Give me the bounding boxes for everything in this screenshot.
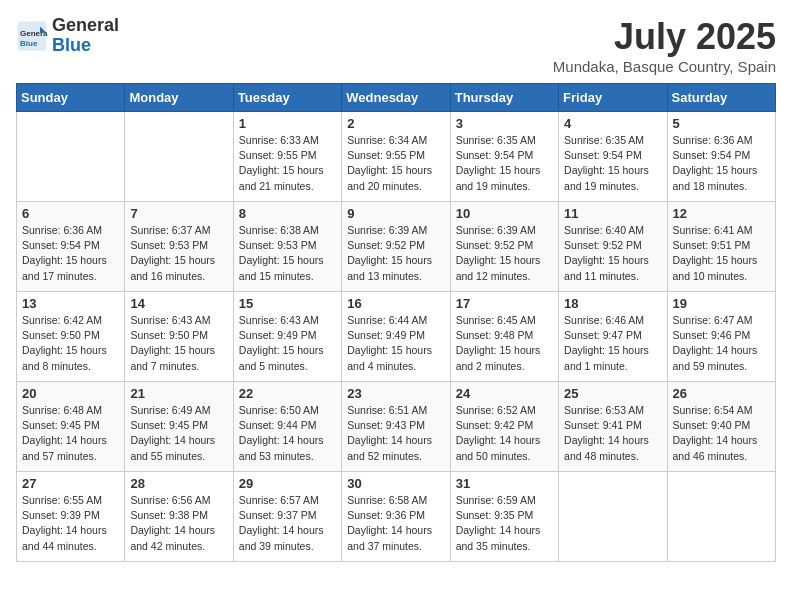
- day-info: Sunrise: 6:50 AM Sunset: 9:44 PM Dayligh…: [239, 403, 336, 464]
- week-row-5: 27 Sunrise: 6:55 AM Sunset: 9:39 PM Dayl…: [17, 472, 776, 562]
- calendar-cell: 2 Sunrise: 6:34 AM Sunset: 9:55 PM Dayli…: [342, 112, 450, 202]
- calendar-cell: [559, 472, 667, 562]
- week-row-3: 13 Sunrise: 6:42 AM Sunset: 9:50 PM Dayl…: [17, 292, 776, 382]
- week-row-1: 1 Sunrise: 6:33 AM Sunset: 9:55 PM Dayli…: [17, 112, 776, 202]
- day-info: Sunrise: 6:44 AM Sunset: 9:49 PM Dayligh…: [347, 313, 444, 374]
- day-info: Sunrise: 6:36 AM Sunset: 9:54 PM Dayligh…: [22, 223, 119, 284]
- calendar-cell: 27 Sunrise: 6:55 AM Sunset: 9:39 PM Dayl…: [17, 472, 125, 562]
- day-number: 30: [347, 476, 444, 491]
- day-number: 21: [130, 386, 227, 401]
- day-info: Sunrise: 6:55 AM Sunset: 9:39 PM Dayligh…: [22, 493, 119, 554]
- day-info: Sunrise: 6:58 AM Sunset: 9:36 PM Dayligh…: [347, 493, 444, 554]
- day-number: 8: [239, 206, 336, 221]
- day-number: 9: [347, 206, 444, 221]
- weekday-tuesday: Tuesday: [233, 84, 341, 112]
- day-number: 28: [130, 476, 227, 491]
- day-number: 10: [456, 206, 553, 221]
- day-number: 4: [564, 116, 661, 131]
- month-year: July 2025: [553, 16, 776, 58]
- calendar-cell: 16 Sunrise: 6:44 AM Sunset: 9:49 PM Dayl…: [342, 292, 450, 382]
- calendar-cell: [125, 112, 233, 202]
- day-info: Sunrise: 6:52 AM Sunset: 9:42 PM Dayligh…: [456, 403, 553, 464]
- day-number: 1: [239, 116, 336, 131]
- week-row-4: 20 Sunrise: 6:48 AM Sunset: 9:45 PM Dayl…: [17, 382, 776, 472]
- day-number: 24: [456, 386, 553, 401]
- day-number: 7: [130, 206, 227, 221]
- calendar-cell: 5 Sunrise: 6:36 AM Sunset: 9:54 PM Dayli…: [667, 112, 775, 202]
- page-header: General Blue General Blue July 2025 Mund…: [16, 16, 776, 75]
- logo-general: General: [52, 16, 119, 36]
- calendar-cell: 11 Sunrise: 6:40 AM Sunset: 9:52 PM Dayl…: [559, 202, 667, 292]
- week-row-2: 6 Sunrise: 6:36 AM Sunset: 9:54 PM Dayli…: [17, 202, 776, 292]
- calendar-cell: 30 Sunrise: 6:58 AM Sunset: 9:36 PM Dayl…: [342, 472, 450, 562]
- day-number: 15: [239, 296, 336, 311]
- calendar-cell: 18 Sunrise: 6:46 AM Sunset: 9:47 PM Dayl…: [559, 292, 667, 382]
- calendar-cell: 6 Sunrise: 6:36 AM Sunset: 9:54 PM Dayli…: [17, 202, 125, 292]
- day-number: 18: [564, 296, 661, 311]
- weekday-sunday: Sunday: [17, 84, 125, 112]
- day-info: Sunrise: 6:39 AM Sunset: 9:52 PM Dayligh…: [456, 223, 553, 284]
- day-number: 17: [456, 296, 553, 311]
- day-number: 12: [673, 206, 770, 221]
- title-block: July 2025 Mundaka, Basque Country, Spain: [553, 16, 776, 75]
- day-number: 19: [673, 296, 770, 311]
- day-number: 25: [564, 386, 661, 401]
- calendar-cell: 28 Sunrise: 6:56 AM Sunset: 9:38 PM Dayl…: [125, 472, 233, 562]
- day-info: Sunrise: 6:33 AM Sunset: 9:55 PM Dayligh…: [239, 133, 336, 194]
- day-number: 14: [130, 296, 227, 311]
- logo-text: General Blue: [52, 16, 119, 56]
- day-number: 13: [22, 296, 119, 311]
- logo-blue: Blue: [52, 36, 119, 56]
- weekday-wednesday: Wednesday: [342, 84, 450, 112]
- calendar-cell: 14 Sunrise: 6:43 AM Sunset: 9:50 PM Dayl…: [125, 292, 233, 382]
- day-number: 6: [22, 206, 119, 221]
- day-number: 27: [22, 476, 119, 491]
- calendar-cell: 23 Sunrise: 6:51 AM Sunset: 9:43 PM Dayl…: [342, 382, 450, 472]
- calendar-cell: 7 Sunrise: 6:37 AM Sunset: 9:53 PM Dayli…: [125, 202, 233, 292]
- day-info: Sunrise: 6:36 AM Sunset: 9:54 PM Dayligh…: [673, 133, 770, 194]
- day-number: 3: [456, 116, 553, 131]
- weekday-saturday: Saturday: [667, 84, 775, 112]
- calendar-cell: [17, 112, 125, 202]
- calendar-cell: 17 Sunrise: 6:45 AM Sunset: 9:48 PM Dayl…: [450, 292, 558, 382]
- calendar-cell: 29 Sunrise: 6:57 AM Sunset: 9:37 PM Dayl…: [233, 472, 341, 562]
- day-number: 11: [564, 206, 661, 221]
- calendar-cell: 19 Sunrise: 6:47 AM Sunset: 9:46 PM Dayl…: [667, 292, 775, 382]
- calendar-cell: 21 Sunrise: 6:49 AM Sunset: 9:45 PM Dayl…: [125, 382, 233, 472]
- location: Mundaka, Basque Country, Spain: [553, 58, 776, 75]
- logo: General Blue General Blue: [16, 16, 119, 56]
- calendar-cell: 9 Sunrise: 6:39 AM Sunset: 9:52 PM Dayli…: [342, 202, 450, 292]
- day-info: Sunrise: 6:39 AM Sunset: 9:52 PM Dayligh…: [347, 223, 444, 284]
- day-info: Sunrise: 6:35 AM Sunset: 9:54 PM Dayligh…: [456, 133, 553, 194]
- weekday-monday: Monday: [125, 84, 233, 112]
- day-number: 20: [22, 386, 119, 401]
- calendar-cell: 22 Sunrise: 6:50 AM Sunset: 9:44 PM Dayl…: [233, 382, 341, 472]
- day-info: Sunrise: 6:51 AM Sunset: 9:43 PM Dayligh…: [347, 403, 444, 464]
- calendar-cell: 4 Sunrise: 6:35 AM Sunset: 9:54 PM Dayli…: [559, 112, 667, 202]
- calendar-cell: 1 Sunrise: 6:33 AM Sunset: 9:55 PM Dayli…: [233, 112, 341, 202]
- calendar-cell: [667, 472, 775, 562]
- day-number: 31: [456, 476, 553, 491]
- weekday-thursday: Thursday: [450, 84, 558, 112]
- day-info: Sunrise: 6:34 AM Sunset: 9:55 PM Dayligh…: [347, 133, 444, 194]
- day-info: Sunrise: 6:48 AM Sunset: 9:45 PM Dayligh…: [22, 403, 119, 464]
- calendar-cell: 15 Sunrise: 6:43 AM Sunset: 9:49 PM Dayl…: [233, 292, 341, 382]
- day-info: Sunrise: 6:57 AM Sunset: 9:37 PM Dayligh…: [239, 493, 336, 554]
- day-number: 29: [239, 476, 336, 491]
- day-info: Sunrise: 6:47 AM Sunset: 9:46 PM Dayligh…: [673, 313, 770, 374]
- weekday-friday: Friday: [559, 84, 667, 112]
- day-info: Sunrise: 6:45 AM Sunset: 9:48 PM Dayligh…: [456, 313, 553, 374]
- calendar-cell: 13 Sunrise: 6:42 AM Sunset: 9:50 PM Dayl…: [17, 292, 125, 382]
- day-number: 2: [347, 116, 444, 131]
- weekday-header-row: SundayMondayTuesdayWednesdayThursdayFrid…: [17, 84, 776, 112]
- calendar-cell: 20 Sunrise: 6:48 AM Sunset: 9:45 PM Dayl…: [17, 382, 125, 472]
- day-number: 22: [239, 386, 336, 401]
- calendar-cell: 31 Sunrise: 6:59 AM Sunset: 9:35 PM Dayl…: [450, 472, 558, 562]
- calendar-cell: 12 Sunrise: 6:41 AM Sunset: 9:51 PM Dayl…: [667, 202, 775, 292]
- day-info: Sunrise: 6:41 AM Sunset: 9:51 PM Dayligh…: [673, 223, 770, 284]
- day-number: 23: [347, 386, 444, 401]
- day-info: Sunrise: 6:53 AM Sunset: 9:41 PM Dayligh…: [564, 403, 661, 464]
- calendar-table: SundayMondayTuesdayWednesdayThursdayFrid…: [16, 83, 776, 562]
- svg-text:Blue: Blue: [20, 38, 38, 47]
- calendar-body: 1 Sunrise: 6:33 AM Sunset: 9:55 PM Dayli…: [17, 112, 776, 562]
